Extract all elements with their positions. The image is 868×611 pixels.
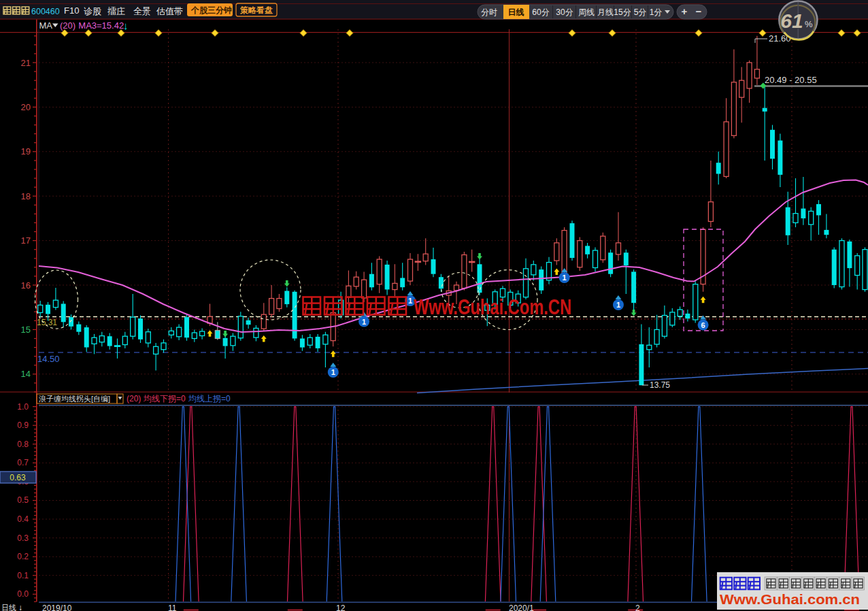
svg-text:+: + xyxy=(682,5,688,17)
svg-text:20.49 - 20.55: 20.49 - 20.55 xyxy=(765,75,817,85)
svg-text:21: 21 xyxy=(21,58,31,68)
svg-text:1分: 1分 xyxy=(650,7,663,17)
svg-text:15分: 15分 xyxy=(614,7,631,17)
svg-text:60分: 60分 xyxy=(532,7,549,17)
svg-text:估值带: 估值带 xyxy=(156,6,183,16)
svg-text:−: − xyxy=(696,5,702,17)
svg-text:19: 19 xyxy=(21,146,31,156)
svg-text:月线: 月线 xyxy=(597,7,614,17)
svg-text:2020/1: 2020/1 xyxy=(509,604,534,611)
svg-text:0.9: 0.9 xyxy=(17,420,29,430)
svg-text:18: 18 xyxy=(21,191,31,201)
svg-text:全景: 全景 xyxy=(133,6,151,16)
svg-text:14: 14 xyxy=(21,369,31,379)
svg-text:0.5: 0.5 xyxy=(17,495,29,505)
svg-text:12: 12 xyxy=(336,604,346,611)
svg-text:均线上拐=0: 均线上拐=0 xyxy=(188,394,231,403)
svg-text:0.63: 0.63 xyxy=(10,473,26,482)
svg-text:浪子缠均线拐头[自编]: 浪子缠均线拐头[自编] xyxy=(39,395,110,403)
svg-text:17: 17 xyxy=(21,235,31,246)
svg-text:0.8: 0.8 xyxy=(17,440,29,449)
svg-text:(20): (20) xyxy=(60,20,76,31)
svg-text:日线: 日线 xyxy=(1,604,16,611)
svg-text:0.2: 0.2 xyxy=(17,552,29,561)
svg-text:1.0: 1.0 xyxy=(17,402,29,412)
svg-text:Www.Guhai.Com.CN: Www.Guhai.Com.CN xyxy=(414,295,571,319)
svg-text:周线: 周线 xyxy=(578,7,595,17)
svg-text:20: 20 xyxy=(21,102,31,112)
svg-text:0.3: 0.3 xyxy=(17,533,29,543)
svg-text:1: 1 xyxy=(362,318,366,326)
svg-text:分时: 分时 xyxy=(481,7,497,17)
svg-text:1: 1 xyxy=(616,301,620,309)
svg-text:(20): (20) xyxy=(127,394,141,403)
svg-text:MA3=15.42: MA3=15.42 xyxy=(78,20,124,31)
svg-text:6: 6 xyxy=(701,321,705,329)
svg-text:600460: 600460 xyxy=(31,7,60,16)
svg-text:擂庄: 擂庄 xyxy=(107,6,125,16)
svg-text:1: 1 xyxy=(563,274,567,282)
svg-text:策略看盘: 策略看盘 xyxy=(239,5,273,15)
svg-text:61: 61 xyxy=(780,10,803,32)
svg-text:2: 2 xyxy=(635,604,640,611)
svg-text:11: 11 xyxy=(168,604,177,611)
svg-text:0.1: 0.1 xyxy=(17,571,29,580)
svg-text:均线下拐=0: 均线下拐=0 xyxy=(143,394,186,403)
svg-text:30分: 30分 xyxy=(556,7,573,17)
svg-text:2019/10: 2019/10 xyxy=(42,604,72,611)
svg-text:日线: 日线 xyxy=(508,7,524,17)
svg-text:%: % xyxy=(805,19,813,29)
svg-text:个股三分钟: 个股三分钟 xyxy=(190,5,232,15)
svg-text:1: 1 xyxy=(408,297,412,305)
svg-text:诊股: 诊股 xyxy=(84,6,101,16)
svg-text:F10: F10 xyxy=(64,5,79,16)
svg-text:1: 1 xyxy=(331,368,335,376)
svg-text:16: 16 xyxy=(21,280,31,291)
svg-text:Www.Guhai.com.cn: Www.Guhai.com.cn xyxy=(720,591,860,607)
svg-text:↓: ↓ xyxy=(123,20,129,31)
svg-text:15: 15 xyxy=(21,325,31,335)
svg-text:0.4: 0.4 xyxy=(17,514,29,524)
svg-text:0.7: 0.7 xyxy=(17,458,29,467)
svg-text:5分: 5分 xyxy=(634,7,647,17)
svg-text:MA: MA xyxy=(39,20,53,31)
svg-text:13.75: 13.75 xyxy=(650,380,670,390)
svg-text:↓: ↓ xyxy=(18,603,22,611)
svg-text:0.0: 0.0 xyxy=(17,589,29,599)
svg-text:14.50: 14.50 xyxy=(37,354,60,364)
